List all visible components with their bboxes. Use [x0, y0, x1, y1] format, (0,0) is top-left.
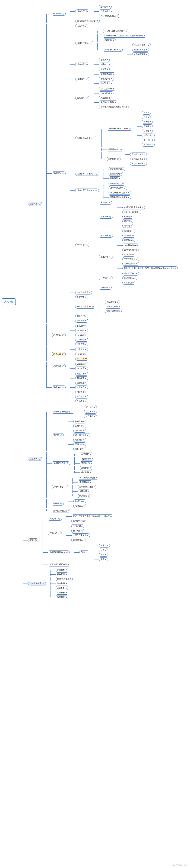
node[interactable]: 爆发期 [123, 219, 133, 223]
node[interactable]: 提升件数 [142, 143, 155, 147]
node[interactable]: 蓄水预热期投放 [123, 248, 141, 252]
node[interactable]: 直播阶段性策略 [48, 551, 70, 554]
node[interactable]: 核心目的 [84, 405, 97, 409]
node[interactable]: 新圈打透 [78, 490, 90, 493]
node[interactable]: 爆发需求锁定 [73, 433, 90, 437]
node[interactable]: 经验教训 [99, 286, 112, 289]
node[interactable]: 人员及任务分配 [72, 533, 90, 537]
node[interactable]: 解决方案 [78, 494, 90, 498]
node[interactable]: 核心指标 [80, 470, 92, 474]
node[interactable]: 核心事项 [84, 410, 97, 414]
collapse-icon[interactable] [60, 503, 62, 504]
node[interactable]: 品类预算 [75, 96, 89, 100]
collapse-icon[interactable] [109, 216, 111, 218]
node[interactable]: 投放策略 [99, 255, 113, 259]
node[interactable]: 促转化 [142, 120, 153, 124]
node[interactable]: 全场爆发式流量 [78, 485, 96, 489]
node[interactable]: 商家指标 [56, 586, 68, 590]
node[interactable]: 预热期 [52, 433, 64, 437]
node[interactable]: 拉新 [142, 115, 151, 119]
node[interactable]: 活动监测与优化 [52, 509, 70, 513]
collapse-icon[interactable] [86, 97, 88, 99]
node[interactable]: 促销优化 [107, 157, 120, 161]
node[interactable]: 促留存 [142, 124, 153, 128]
node[interactable]: 促销商品 [75, 338, 88, 342]
node[interactable]: 内部各业务线协调 [99, 14, 119, 18]
node[interactable]: 销售预留 [73, 438, 86, 442]
node[interactable]: 新圈打透 [73, 424, 86, 428]
collapse-icon[interactable] [62, 334, 64, 336]
node[interactable]: 直播脚本策划 [72, 519, 88, 523]
node[interactable]: 运营预判 [80, 466, 92, 470]
node[interactable]: 渠道分析 [99, 201, 112, 205]
node[interactable]: 促销类 [99, 58, 110, 62]
collapse-icon[interactable] [60, 434, 62, 436]
node[interactable]: 活动资源盘点与整合 [75, 189, 99, 192]
collapse-icon[interactable] [92, 306, 93, 308]
node[interactable]: 人群运营策略 [132, 52, 149, 56]
node[interactable]: 运营复盘 [75, 381, 88, 385]
node[interactable]: 沟通日历及主题确定 [123, 206, 145, 210]
node[interactable]: 直播玩法 [48, 531, 62, 535]
collapse-icon[interactable] [62, 386, 64, 388]
node[interactable]: 活动主题 [75, 24, 88, 28]
node[interactable]: 核心目的 [73, 420, 86, 424]
node[interactable]: 流量稀释性 [78, 480, 92, 484]
node[interactable]: 策备/蓄水/种选货期 [52, 410, 75, 414]
node[interactable]: 渠道策略 [99, 234, 113, 238]
node[interactable]: 活动参与和提报规则 [75, 172, 99, 176]
collapse-icon[interactable] [86, 78, 88, 80]
node[interactable]: 商家可获得资源 [105, 309, 123, 313]
node[interactable]: 商家投放策略 [123, 262, 139, 266]
node[interactable]: 活动操盘 [28, 202, 42, 206]
node[interactable]: 高峰/爆发期 [52, 485, 68, 489]
node[interactable]: 活动资源盘点 [109, 182, 125, 186]
node[interactable]: 活动监测 [75, 352, 88, 356]
node[interactable]: DMP投放策略 [123, 244, 139, 247]
node[interactable]: 会场设计 [75, 324, 88, 328]
collapse-icon[interactable] [43, 583, 44, 584]
node[interactable]: 会场搭建 [75, 329, 88, 333]
node[interactable]: 多品类资源整合 [109, 186, 127, 190]
collapse-icon[interactable] [62, 353, 64, 355]
node[interactable]: 日历安排 [99, 9, 112, 13]
node[interactable]: 资源位规则 [109, 172, 123, 176]
node[interactable]: 活动页、文案、落地页、渠道、标语和定向人群的配对测试 [123, 267, 178, 270]
node[interactable]: 促销预算 [99, 82, 112, 85]
node[interactable]: 人群复盘 [75, 385, 88, 390]
node[interactable]: 流量资源 [75, 342, 88, 346]
node[interactable]: 流量指标 [56, 568, 68, 572]
node[interactable]: 营销目标与对应玩法 [107, 127, 132, 130]
collapse-icon[interactable] [109, 235, 111, 237]
collapse-icon[interactable] [86, 10, 88, 12]
node[interactable]: 加新 [142, 111, 151, 115]
node[interactable]: 品类投放策略 [123, 257, 139, 261]
node[interactable]: 可运营人群拆分 [132, 43, 151, 47]
node[interactable]: 活动管理 [52, 364, 65, 368]
node[interactable]: 推广投放 [75, 357, 88, 361]
node[interactable]: 动态管理 [75, 367, 88, 370]
node[interactable]: 直播 [28, 538, 38, 542]
node[interactable]: 地域投放 [123, 253, 135, 256]
node[interactable]: 复盘 [99, 557, 108, 561]
node[interactable]: 活动分级 [99, 5, 112, 9]
node[interactable]: 活动品类策略 [99, 87, 115, 91]
node[interactable]: 核心指标 [73, 447, 86, 451]
collapse-icon[interactable] [119, 49, 121, 51]
node[interactable]: 流量监查 [75, 347, 88, 351]
node[interactable]: 常态玩法优化 [130, 162, 147, 165]
collapse-icon[interactable] [39, 203, 40, 205]
root-node[interactable]: 大促揭秘 [2, 298, 16, 305]
node[interactable]: 大促核心目标选择与取舍 [103, 29, 129, 33]
node[interactable]: 活动复盘 [52, 385, 65, 390]
node[interactable]: 转化复盘 [75, 395, 88, 399]
node[interactable]: 市场类策略 [99, 77, 113, 81]
node[interactable]: 延续目的 [73, 499, 86, 503]
node[interactable]: 额数指标 [56, 572, 68, 576]
collapse-icon[interactable] [39, 458, 40, 460]
node[interactable]: 预算决策依据 [99, 72, 115, 76]
node[interactable]: 游戏互动方案 [75, 290, 92, 294]
node[interactable]: 深度解读 [123, 281, 135, 285]
node[interactable]: 目标优先级对大促核心玩法和资源配置的影响 [103, 34, 146, 38]
node[interactable]: 社交圈引爆 [80, 457, 94, 461]
